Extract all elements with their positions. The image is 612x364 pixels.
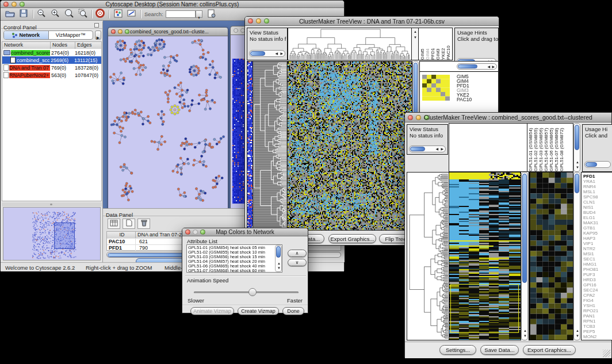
tv1-gene-dendrogram[interactable] xyxy=(253,61,288,231)
overview-selection-rect[interactable] xyxy=(54,223,75,249)
network-row[interactable]: DNA and Tran 07 769(0) 183728(0) xyxy=(2,64,101,71)
gene-label[interactable]: PUF3 xyxy=(583,272,612,277)
scroll-down-icon[interactable]: ▼ xyxy=(576,166,579,170)
create-vizmap-button[interactable]: Create Vizmap xyxy=(238,307,279,315)
network-row[interactable]: combined_sco 2569(6) 13112(15) xyxy=(2,56,101,64)
tab-overflow-button[interactable]: ▶ xyxy=(95,30,101,40)
tab-network[interactable]: Network xyxy=(4,31,49,39)
export-graphics-button[interactable]: Export Graphics... xyxy=(523,345,576,355)
scroll-left-icon[interactable]: ◀ xyxy=(275,52,278,56)
network-row[interactable]: RNAPuberNov2+ 563(0) 107847(0) xyxy=(2,71,101,79)
save-data-button[interactable]: Save Data... xyxy=(480,345,519,355)
gene-label[interactable]: RPN1 xyxy=(583,319,612,324)
gene-label[interactable]: MAK31 xyxy=(583,220,612,225)
scroll-up-icon[interactable]: ▲ xyxy=(576,160,579,164)
detail-hscrollbar[interactable]: ◀ ▶ xyxy=(457,63,497,70)
scrollbar-thumb[interactable] xyxy=(410,147,425,151)
gene-label[interactable]: MSL1 xyxy=(583,189,612,194)
minimize-button[interactable] xyxy=(118,29,123,34)
scroll-down-icon[interactable]: ▼ xyxy=(523,334,527,338)
minimize-button[interactable] xyxy=(256,18,261,24)
gene-label[interactable]: YRA1 xyxy=(583,179,612,184)
done-button[interactable]: Done xyxy=(282,307,304,315)
minimize-button[interactable] xyxy=(12,2,17,7)
panel-splitter[interactable] xyxy=(2,202,102,206)
gene-label[interactable]: NIS1 xyxy=(583,205,612,210)
gene-label[interactable]: SPC98 xyxy=(583,194,612,200)
network-overview[interactable] xyxy=(3,207,101,260)
scrollbar-thumb[interactable] xyxy=(250,51,265,56)
gene-label[interactable]: PAC10 xyxy=(457,97,472,102)
resize-grip[interactable] xyxy=(603,350,610,357)
gene-label[interactable]: TCB3 xyxy=(583,324,612,329)
gene-label[interactable]: BUD4 xyxy=(583,210,612,215)
tv1-heatmap[interactable] xyxy=(287,61,412,231)
gene-label[interactable]: GTB1 xyxy=(583,225,612,231)
vizmapper-button[interactable] xyxy=(112,9,124,20)
scrollbar-thumb[interactable] xyxy=(458,64,477,68)
gene-label[interactable]: KAP95 xyxy=(583,231,612,236)
scroll-left-icon[interactable]: ◀ xyxy=(487,65,490,69)
help-button[interactable] xyxy=(94,9,106,20)
move-up-button[interactable]: ∧ xyxy=(288,250,307,257)
new-attribute-button[interactable] xyxy=(123,219,135,229)
tv2-zoom-vscrollbar[interactable]: ▲ ▼ xyxy=(573,172,580,340)
heatmap-canvas[interactable] xyxy=(288,62,412,230)
scroll-down-icon[interactable]: ▼ xyxy=(576,334,579,338)
scroll-up-icon[interactable]: ▲ xyxy=(414,30,417,34)
scroll-right-icon[interactable]: ▶ xyxy=(280,52,283,56)
gene-label[interactable]: SEC24 xyxy=(583,288,612,293)
network-row[interactable]: combined_scores 2764(0) 16218(0) xyxy=(2,49,101,56)
zoom-out-button[interactable] xyxy=(36,9,47,20)
slider-thumb[interactable] xyxy=(248,288,257,296)
gene-label[interactable]: HMG1 xyxy=(583,262,612,267)
float-panel-icon[interactable] xyxy=(94,23,99,28)
gene-label[interactable]: FIG4 xyxy=(583,298,612,303)
tv2-top-vscrollbar[interactable]: ▲ ▼ xyxy=(573,123,580,172)
mini-heatmap-canvas[interactable] xyxy=(422,75,450,101)
tv1-export-graphics-button[interactable]: Export Graphics... xyxy=(328,234,376,243)
zoom-fit-button[interactable] xyxy=(63,9,75,20)
dialog-titlebar[interactable]: Map Colors to Network xyxy=(182,228,308,236)
tv1-titlebar[interactable]: ClusterMaker TreeView : DNA and Tran 07-… xyxy=(245,17,499,26)
tv2-heatmap[interactable] xyxy=(449,172,521,340)
scrollbar-thumb[interactable] xyxy=(575,174,579,193)
scroll-right-icon[interactable]: ▶ xyxy=(492,65,495,69)
gene-label[interactable]: SEC1 xyxy=(583,256,612,262)
settings-button[interactable]: Settings... xyxy=(439,345,476,355)
move-down-button[interactable]: ∨ xyxy=(288,259,307,266)
scroll-down-icon[interactable]: ▼ xyxy=(277,266,281,270)
attribute-tool-button[interactable] xyxy=(206,9,217,20)
tv1-column-dendrogram[interactable] xyxy=(288,28,412,60)
select-attributes-button[interactable] xyxy=(108,219,120,229)
gene-label[interactable]: PFD1 xyxy=(583,174,612,179)
network-canvas-area[interactable] xyxy=(108,36,228,210)
close-button[interactable] xyxy=(248,18,253,24)
attribute-listbox[interactable]: GPL51-01 (GSM854) heat shock 05 minGPL51… xyxy=(186,244,282,273)
gene-label[interactable]: RNR4 xyxy=(583,184,612,189)
gene-label[interactable]: CPA2 xyxy=(583,293,612,298)
scroll-left-icon[interactable]: ◀ xyxy=(435,147,438,151)
zoom-selected-button[interactable] xyxy=(77,9,89,20)
scroll-up-icon[interactable]: ▲ xyxy=(576,329,579,333)
gene-label[interactable]: PHO81 xyxy=(583,267,612,272)
scroll-up-icon[interactable]: ▲ xyxy=(523,329,527,333)
delete-attribute-button[interactable] xyxy=(137,219,150,229)
gene-label[interactable]: PAN1 xyxy=(583,313,612,319)
gene-label[interactable]: ELG1 xyxy=(583,215,612,220)
network-graph-canvas[interactable] xyxy=(108,36,228,210)
close-button[interactable] xyxy=(234,28,238,33)
gene-label[interactable]: MON2 xyxy=(583,334,612,339)
search-input[interactable] xyxy=(166,10,196,18)
tv2-column-dendrogram[interactable] xyxy=(449,123,527,172)
zoom-button[interactable] xyxy=(125,29,129,34)
gene-label[interactable]: HAP3 xyxy=(583,236,612,241)
animation-speed-slider[interactable] xyxy=(194,288,299,296)
zoom-heatmap-canvas[interactable] xyxy=(530,173,573,340)
annotation-button[interactable] xyxy=(126,9,137,20)
scrollbar-thumb[interactable] xyxy=(575,125,579,150)
tv2-zoom-heatmap[interactable] xyxy=(530,172,573,340)
gene-label[interactable]: CLN1 xyxy=(583,200,612,205)
search-combo-button[interactable]: ▼ xyxy=(196,10,202,18)
close-button[interactable] xyxy=(408,115,413,120)
